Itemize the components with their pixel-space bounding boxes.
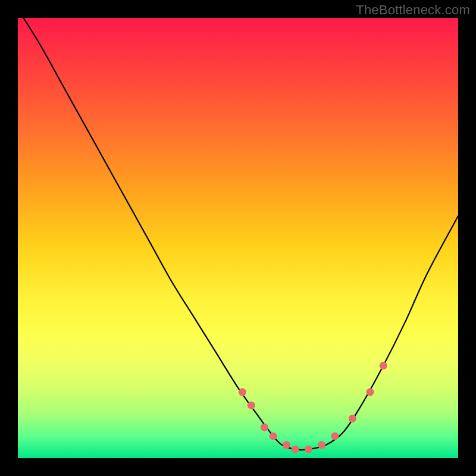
curve-marker xyxy=(292,446,299,453)
plot-area xyxy=(18,18,458,458)
curve-marker xyxy=(349,415,356,422)
curve-marker xyxy=(380,362,387,369)
bottleneck-curve xyxy=(18,9,458,450)
curve-marker xyxy=(270,433,277,440)
curve-marker xyxy=(239,389,246,396)
curve-marker xyxy=(367,389,374,396)
chart-svg xyxy=(18,18,458,458)
curve-marker xyxy=(261,424,268,431)
chart-frame: TheBottleneck.com xyxy=(0,0,476,476)
curve-marker xyxy=(331,433,339,440)
curve-marker xyxy=(283,441,290,449)
curve-markers xyxy=(239,362,387,453)
curve-marker xyxy=(305,446,312,453)
curve-marker xyxy=(248,402,255,409)
watermark-text: TheBottleneck.com xyxy=(356,2,470,18)
curve-marker xyxy=(318,441,325,449)
